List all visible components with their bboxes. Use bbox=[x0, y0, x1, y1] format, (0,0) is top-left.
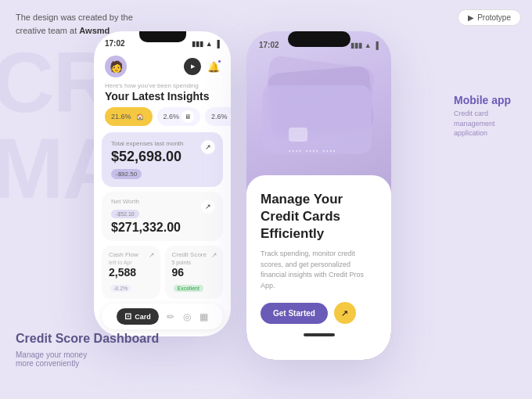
nav-target[interactable]: ◎ bbox=[183, 311, 191, 322]
cash-flow-label: Cash Flow bbox=[109, 251, 153, 258]
cash-flow-arrow[interactable]: ↗ bbox=[149, 251, 155, 259]
pill-1-icon: 🏠 bbox=[134, 110, 146, 123]
header-icons: 🔔 bbox=[184, 58, 220, 75]
bottom-nav: ⊡ Card ✏ ◎ ▦ bbox=[102, 304, 223, 329]
nav-pen[interactable]: ✏ bbox=[167, 311, 174, 322]
bottom-left-label: Credit Score Dashboard Manage your money… bbox=[16, 331, 159, 368]
expenses-arrow[interactable]: ↗ bbox=[201, 140, 215, 154]
cash-flow-badge: -8.2% bbox=[110, 285, 131, 292]
get-started-button[interactable]: Get Started bbox=[261, 303, 328, 324]
nav-grid[interactable]: ▦ bbox=[200, 311, 208, 322]
phones-container: 17:02 ▮▮▮ ▲ ▐ 🧑 🔔 Here's how you've been… bbox=[94, 31, 391, 360]
notch1 bbox=[139, 31, 186, 42]
prototype-icon: ▶ bbox=[468, 13, 474, 22]
cash-flow-value: 2,588 bbox=[109, 266, 136, 279]
card-dots: •••• •••• •••• bbox=[289, 148, 336, 153]
play-button[interactable] bbox=[184, 58, 201, 75]
expenses-card: Total expenses last month $52,698.00 -$9… bbox=[102, 132, 223, 187]
phone2-content: Manage Your Credit Cards Efficiently Tra… bbox=[246, 175, 391, 360]
phone2-wifi-icon: ▲ bbox=[365, 41, 372, 49]
credit-score-points: 5 points bbox=[172, 260, 217, 265]
cash-flow-sub: left to Apr bbox=[109, 260, 153, 265]
expenses-amount: $52,698.00 bbox=[111, 149, 214, 165]
notification-dot bbox=[217, 59, 221, 63]
credit-score-badge: Excellent bbox=[174, 285, 203, 292]
credit-score-value: 96 bbox=[172, 266, 185, 279]
phone1-time: 17:02 bbox=[105, 39, 125, 48]
credit-text: The design was created by the creative t… bbox=[16, 11, 133, 37]
pill-1-pct: 21.6% bbox=[111, 113, 131, 120]
credit-score-card: Credit Score 5 points 96 Excellent ↗ bbox=[165, 246, 224, 299]
prototype-button[interactable]: ▶ Prototype bbox=[458, 9, 521, 26]
two-col-section: Cash Flow left to Apr 2,588 -8.2% ↗ Cred… bbox=[102, 246, 223, 299]
phone1-dashboard: 17:02 ▮▮▮ ▲ ▐ 🧑 🔔 Here's how you've been… bbox=[94, 31, 231, 336]
phone2-time: 17:02 bbox=[259, 41, 279, 49]
net-worth-arrow[interactable]: ↗ bbox=[201, 200, 215, 214]
pill-3-icon: ⚡ bbox=[230, 110, 231, 123]
pill-1[interactable]: 21.6% 🏠 bbox=[105, 107, 153, 126]
get-started-arrow[interactable]: ↗ bbox=[334, 302, 356, 324]
target-nav-icon: ◎ bbox=[183, 311, 191, 322]
pill-3-pct: 2.6% bbox=[211, 113, 228, 120]
expenses-label: Total expenses last month bbox=[111, 140, 214, 147]
bell-icon[interactable]: 🔔 bbox=[207, 61, 220, 73]
mobile-app-label: Mobile app Credit card management applic… bbox=[454, 94, 516, 138]
credit-score-arrow[interactable]: ↗ bbox=[211, 251, 217, 259]
phone2-desc: Track spending, monitor credit scores, a… bbox=[261, 249, 377, 291]
card-nav-icon: ⊡ bbox=[124, 311, 131, 322]
pill-2-icon: 🖥 bbox=[182, 110, 194, 123]
phone2-status-icons: ▮▮▮ ▲ ▐ bbox=[350, 41, 379, 49]
phone2-title: Manage Your Credit Cards Efficiently bbox=[261, 191, 377, 243]
battery-icon: ▐ bbox=[215, 40, 220, 48]
cash-flow-value-row: 2,588 -8.2% bbox=[109, 265, 153, 293]
pill-2-pct: 2.6% bbox=[164, 113, 180, 120]
insight-pills: 21.6% 🏠 2.6% 🖥 2.6% ⚡ bbox=[94, 107, 231, 126]
grid-nav-icon: ▦ bbox=[200, 311, 208, 322]
net-worth-amount: $271,332.00 bbox=[111, 221, 214, 235]
spending-label: Here's how you've been spending bbox=[94, 82, 231, 89]
credit-score-label: Credit Score bbox=[172, 251, 217, 258]
pen-nav-icon: ✏ bbox=[167, 311, 174, 322]
home-indicator bbox=[304, 333, 335, 336]
status-icons: ▮▮▮ ▲ ▐ bbox=[192, 40, 220, 48]
wifi-icon: ▲ bbox=[206, 40, 213, 48]
card-chip bbox=[289, 128, 307, 142]
pill-2[interactable]: 2.6% 🖥 bbox=[157, 107, 201, 126]
card-main: •••• •••• •••• bbox=[262, 85, 372, 154]
phone2-signal-icon: ▮▮▮ bbox=[350, 41, 362, 49]
cash-flow-card: Cash Flow left to Apr 2,588 -8.2% ↗ bbox=[102, 246, 160, 299]
card-nav-label: Card bbox=[135, 313, 151, 321]
signal-icon: ▮▮▮ bbox=[192, 40, 203, 48]
credit-score-value-row: 96 Excellent bbox=[172, 265, 217, 293]
expenses-badge: -$92.50 bbox=[111, 169, 142, 179]
nav-card[interactable]: ⊡ Card bbox=[117, 308, 159, 325]
insights-title: Your Latest Insights bbox=[94, 90, 231, 102]
net-worth-label: Net Worth bbox=[111, 198, 214, 205]
net-worth-section: Net Worth -$52.10 $271,332.00 ↗ bbox=[102, 192, 223, 241]
net-worth-badge: -$52.10 bbox=[111, 210, 139, 218]
get-started-row: Get Started ↗ bbox=[261, 302, 377, 324]
phone2-landing: 17:02 ▮▮▮ ▲ ▐ •••• •••• •••• Manage Your… bbox=[246, 31, 391, 360]
phone2-battery-icon: ▐ bbox=[374, 41, 379, 49]
dynamic-island bbox=[288, 31, 350, 47]
pill-3[interactable]: 2.6% ⚡ bbox=[205, 107, 231, 126]
phone1-header: 🧑 🔔 bbox=[94, 51, 231, 81]
avatar: 🧑 bbox=[105, 56, 127, 77]
